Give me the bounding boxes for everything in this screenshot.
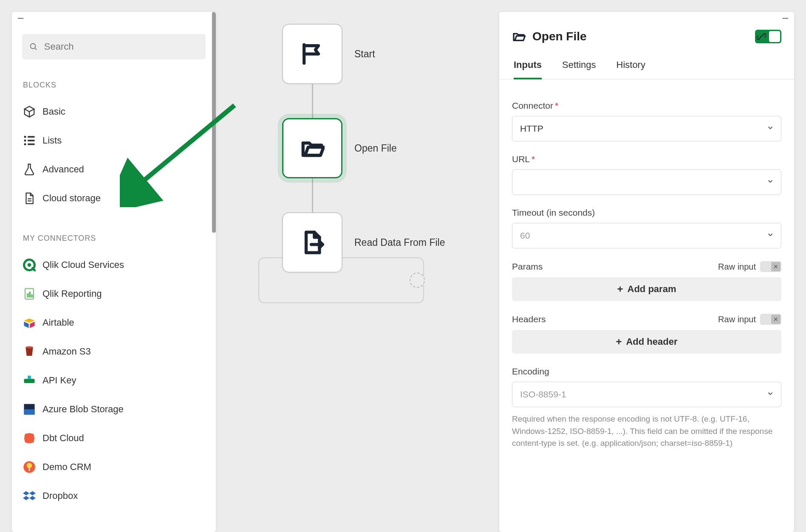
s3-icon xyxy=(23,345,42,358)
inspector-minimize-icon[interactable]: – xyxy=(783,15,788,20)
connector-line xyxy=(312,178,313,212)
connector-item-amazon-s3[interactable]: Amazon S3 xyxy=(12,337,216,366)
svg-point-20 xyxy=(25,346,33,349)
svg-point-26 xyxy=(27,463,32,468)
node-label: Open File xyxy=(354,143,397,154)
search-input-wrap[interactable] xyxy=(22,34,206,59)
connector-item-dbt[interactable]: Dbt Cloud xyxy=(12,424,216,453)
dbt-icon xyxy=(23,432,42,445)
flask-icon xyxy=(23,163,42,176)
file-icon xyxy=(23,192,42,205)
connector-item-azure[interactable]: Azure Blob Storage xyxy=(12,395,216,424)
svg-point-11 xyxy=(28,263,31,267)
section-header-connectors: MY CONNECTORS xyxy=(23,234,216,243)
svg-marker-29 xyxy=(29,491,36,495)
raw-input-label: Raw input xyxy=(718,315,756,324)
label-headers: Headers xyxy=(512,314,546,324)
block-item-cloud-storage[interactable]: Cloud storage xyxy=(12,184,216,213)
chevron-down-icon xyxy=(766,124,774,134)
connector-item-api-key[interactable]: API Key xyxy=(12,366,216,395)
qlik-icon xyxy=(23,259,42,271)
svg-marker-31 xyxy=(29,496,36,500)
svg-point-0 xyxy=(31,44,36,49)
inspector-form: Connector* HTTP URL* Timeout (in seconds… xyxy=(499,79,794,450)
chevron-down-icon xyxy=(766,177,774,187)
connector-label: Dbt Cloud xyxy=(42,433,84,444)
connector-item-demo-crm[interactable]: Demo CRM xyxy=(12,453,216,481)
svg-marker-30 xyxy=(23,496,29,500)
node-label: Start xyxy=(354,48,375,60)
svg-rect-22 xyxy=(28,376,31,379)
chevron-down-icon xyxy=(766,231,774,241)
svg-rect-21 xyxy=(24,379,35,383)
section-header-blocks: BLOCKS xyxy=(23,81,216,90)
file-export-icon xyxy=(300,230,325,255)
node-read-data[interactable] xyxy=(282,212,342,273)
block-item-basic[interactable]: Basic xyxy=(12,97,216,126)
connector-label: Qlik Cloud Services xyxy=(42,259,124,270)
connector-label: Qlik Reporting xyxy=(42,288,102,299)
raw-input-toggle-params[interactable]: ✕ xyxy=(760,261,781,272)
connector-item-airtable[interactable]: Airtable xyxy=(12,308,216,337)
connector-label: Airtable xyxy=(42,317,74,328)
add-header-button[interactable]: + Add header xyxy=(512,330,781,354)
label-encoding: Encoding xyxy=(512,366,781,377)
svg-point-2 xyxy=(24,136,26,138)
node-start[interactable] xyxy=(282,24,342,84)
azure-icon xyxy=(23,403,42,416)
svg-marker-18 xyxy=(24,322,29,328)
select-connector[interactable]: HTTP xyxy=(512,116,781,141)
block-label: Cloud storage xyxy=(42,193,101,204)
connector-item-qlik-reporting[interactable]: Qlik Reporting xyxy=(12,279,216,308)
input-placeholder: 60 xyxy=(520,231,530,241)
svg-rect-24 xyxy=(24,409,35,415)
tab-inputs[interactable]: Inputs xyxy=(514,59,542,79)
node-open-file[interactable] xyxy=(282,118,342,178)
block-item-lists[interactable]: Lists xyxy=(12,126,216,155)
input-placeholder: ISO-8859-1 xyxy=(520,389,566,400)
sidebar-panel: – BLOCKS Basic Lists Advanced Cloud stor… xyxy=(12,12,216,532)
svg-point-4 xyxy=(24,140,26,142)
input-encoding[interactable]: ISO-8859-1 xyxy=(512,382,781,407)
connector-item-qlik-cloud[interactable]: Qlik Cloud Services xyxy=(12,251,216,279)
link-icon xyxy=(757,32,766,41)
input-url[interactable] xyxy=(512,169,781,195)
svg-rect-5 xyxy=(28,140,34,141)
svg-rect-16 xyxy=(31,295,33,297)
svg-rect-27 xyxy=(29,467,30,471)
loop-drop-slot[interactable] xyxy=(410,273,425,288)
sidebar-minimize-icon[interactable]: – xyxy=(18,15,23,20)
block-item-advanced[interactable]: Advanced xyxy=(12,155,216,184)
airtable-icon xyxy=(23,316,42,329)
search-input[interactable] xyxy=(44,41,199,52)
select-value: HTTP xyxy=(520,124,543,134)
plus-icon: + xyxy=(616,336,622,348)
raw-input-toggle-headers[interactable]: ✕ xyxy=(760,314,781,325)
connector-item-dropbox[interactable]: Dropbox xyxy=(12,481,216,510)
input-timeout[interactable]: 60 xyxy=(512,223,781,248)
label-params: Params xyxy=(512,262,543,272)
folder-open-icon xyxy=(300,136,325,160)
demo-icon xyxy=(23,461,42,473)
connector-line xyxy=(312,84,313,118)
block-label: Advanced xyxy=(42,164,84,175)
workflow-canvas: Start Open File Read Data From File xyxy=(229,12,489,521)
inspector-link-toggle[interactable] xyxy=(755,30,781,43)
connector-label: Azure Blob Storage xyxy=(42,404,124,415)
tab-history[interactable]: History xyxy=(617,59,645,79)
svg-line-1 xyxy=(35,48,37,50)
svg-rect-7 xyxy=(28,144,34,145)
raw-input-label: Raw input xyxy=(718,262,756,272)
connector-label: API Key xyxy=(42,375,76,386)
search-icon xyxy=(29,42,38,52)
toggle-knob xyxy=(769,31,780,42)
connector-label: Amazon S3 xyxy=(42,346,91,357)
svg-marker-17 xyxy=(24,318,35,323)
add-param-button[interactable]: + Add param xyxy=(512,277,781,301)
connector-label: Demo CRM xyxy=(42,462,91,473)
inspector-tabs: Inputs Settings History xyxy=(499,48,794,79)
tab-settings[interactable]: Settings xyxy=(562,59,596,79)
list-icon xyxy=(23,134,42,147)
sidebar-scrollbar[interactable] xyxy=(212,12,216,233)
svg-marker-28 xyxy=(23,491,29,495)
